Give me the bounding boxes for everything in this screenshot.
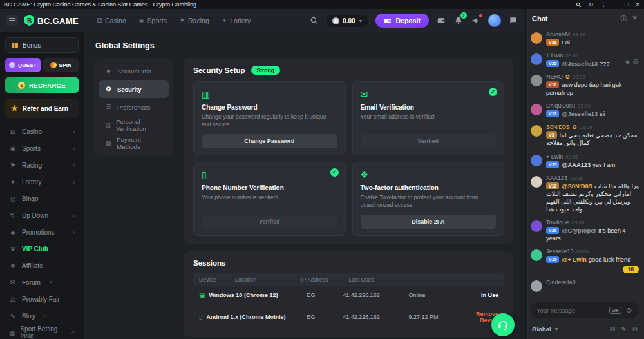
chat-info-icon[interactable]: ⓘ <box>621 14 627 23</box>
pencil-icon[interactable]: ✎ <box>621 325 626 333</box>
verified-check-icon: ✓ <box>330 168 339 177</box>
nav-link[interactable]: ⚄ Casino <box>97 17 126 24</box>
chat-message[interactable]: ArumiAM 03:09 V38Lol <box>531 31 639 46</box>
nav-link[interactable]: ⚑ Racing <box>180 17 209 24</box>
sidebar-item[interactable]: ⇅ Up Down › <box>5 207 79 224</box>
search-icon[interactable] <box>309 15 319 26</box>
chat-message[interactable]: + Lwin 03:06 V25@AAA123yes I am <box>531 153 639 169</box>
card-action-button[interactable]: Verified <box>361 134 497 148</box>
refer-and-earn-card[interactable]: ★ Refer and Earn <box>5 99 79 118</box>
chat-message[interactable]: NERO ✪ 03:09 V10asw depo tiap hari gak p… <box>531 73 639 97</box>
bonus-card[interactable]: Bonus <box>5 37 79 53</box>
sidebar-item[interactable]: ◉ Sports › <box>5 140 79 157</box>
coin-icon <box>332 17 339 24</box>
sidebar-item[interactable]: ◈ Promotions › <box>5 224 79 240</box>
settings-tab[interactable]: ☰ Preferences <box>99 98 169 116</box>
chat-message[interactable]: Towfique 03:09 V26@CryptoperIt's been 4 … <box>531 219 639 242</box>
wallet-icon[interactable] <box>436 15 446 26</box>
message-time: 03:09 <box>572 220 585 226</box>
chat-close-icon[interactable]: ✕ <box>632 14 638 23</box>
quest-button[interactable]: QUEST <box>5 58 41 72</box>
tab-icon: ☻ <box>105 68 112 74</box>
chat-message[interactable]: Chiqui90cu 03:09 V13@Jesselle13sii <box>531 102 639 118</box>
sidebar-item-label: Casino <box>22 128 42 135</box>
sidebar-item[interactable]: ❖ Affiliate <box>5 257 79 274</box>
announcements-icon[interactable] <box>471 15 481 26</box>
chat-message[interactable]: S0N'D0S ✪ 03:09 V3ممكن حد مصحي تعليه ينج… <box>531 124 639 147</box>
mention-link[interactable]: @AAA123 <box>562 162 591 168</box>
card-action-button[interactable]: Change Password <box>202 134 337 148</box>
mention-link[interactable]: @Cryptoper <box>562 228 596 234</box>
sidebar-item[interactable]: ♛ VIP Club <box>5 240 79 257</box>
chevron-right-icon: › <box>73 128 75 135</box>
settings-tab[interactable]: ✪ Security <box>99 80 169 98</box>
screen: BC.GAME: Crypto Casino Games & Casino Sl… <box>0 0 644 339</box>
settings-tab[interactable]: ☻ Account Info <box>99 62 169 80</box>
deposit-button[interactable]: Deposit <box>375 14 429 28</box>
sidebar-item[interactable]: ◎ Bingo <box>5 190 79 207</box>
device-icon: ▯ <box>199 313 203 320</box>
nav-link-icon: ✦ <box>222 17 227 24</box>
sidebar-item[interactable]: ⚄ Casino › <box>5 123 79 140</box>
card-icon: ▥ <box>202 88 337 100</box>
sidebar-item[interactable]: ⚑ Racing › <box>5 157 79 173</box>
bcgame-logo[interactable]: B BC.GAME <box>24 15 79 26</box>
minimize-button[interactable]: ─ <box>614 2 618 8</box>
trophy-icon: ★ <box>11 104 18 112</box>
main-content: Global Settings ☻ Account Info <box>84 32 525 339</box>
settings-tab[interactable]: ▤ Personal Verification <box>99 116 169 134</box>
emoji-picker-icon[interactable]: ☺ <box>625 306 633 314</box>
mention-link[interactable]: @Jesselle13 <box>562 111 598 117</box>
message-input-placeholder: Your Message <box>536 307 605 314</box>
chat-toggle-icon[interactable] <box>508 15 518 26</box>
nav-link[interactable]: ✦ Lottery <box>222 17 251 24</box>
card-action-button[interactable]: Verified <box>202 215 337 229</box>
card-description: Your phone number is verified! <box>202 194 337 209</box>
chat-message[interactable]: Jesselle13 03:09 V15@+ Lwingood luck fri… <box>531 248 639 273</box>
mention-link[interactable]: @S0N'D0S <box>562 183 592 189</box>
mute-rules-icon[interactable]: ⊘ <box>632 325 638 333</box>
reload-icon[interactable]: ↻ <box>589 2 594 8</box>
sidebar-item[interactable]: ✎ Blog ↗ <box>5 307 79 324</box>
message-input[interactable]: Your Message GIF ☺ <box>531 302 639 318</box>
mention-link[interactable]: @Jesselle13 <box>562 61 598 67</box>
maximize-button[interactable]: □ <box>625 2 628 8</box>
chat-room-select[interactable]: Global ▼ <box>532 325 559 333</box>
spin-button[interactable]: SPIN <box>43 58 79 72</box>
sidebar-item-icon: ✦ <box>9 179 17 186</box>
top-navbar: B BC.GAME ⚄ Casino ◉ <box>0 9 525 32</box>
support-button[interactable] <box>491 313 515 336</box>
sidebar-item[interactable]: ▦ Sport Betting Insig... ↗ <box>5 324 79 339</box>
close-button[interactable]: ✕ <box>635 2 640 8</box>
session-action[interactable]: In Use <box>457 292 498 298</box>
sidebar-item[interactable]: ⚖ Provably Fair <box>5 291 79 307</box>
diamond-icon[interactable]: ◈ <box>625 59 630 65</box>
settings-tab[interactable]: ▦ Payment Methods <box>99 134 169 152</box>
sidebar-item[interactable]: ✦ Lottery › <box>5 173 79 190</box>
tab-label: Security <box>117 86 142 93</box>
sidebar-item[interactable]: ✉ Forum ↗ <box>5 274 79 291</box>
search-icon[interactable] <box>576 2 582 8</box>
gif-picker-icon[interactable]: GIF <box>609 307 621 314</box>
kebab-menu-icon[interactable]: ⋮ <box>601 2 607 8</box>
sidebar-item-label: VIP Club <box>22 246 48 253</box>
card-action-button[interactable]: Disable 2FA <box>361 215 497 229</box>
chevron-right-icon: › <box>73 212 75 219</box>
mention-link[interactable]: @+ Lwin <box>562 257 586 263</box>
dice-icon[interactable]: ⚄ <box>610 325 616 333</box>
menu-toggle-icon[interactable] <box>6 15 18 26</box>
avatar <box>531 75 542 86</box>
recharge-button[interactable]: RECHARGE <box>5 77 79 93</box>
user-avatar[interactable] <box>488 14 501 27</box>
chat-message[interactable]: Cinderella8... <box>531 279 639 292</box>
nav-link[interactable]: ◉ Sports <box>139 17 167 24</box>
mention-icon[interactable]: @ <box>633 59 639 65</box>
medal-icon: ✪ <box>565 74 570 80</box>
browser-titlebar: BC.GAME: Crypto Casino Games & Casino Sl… <box>0 0 644 9</box>
notifications-bell-icon[interactable]: 2 <box>453 15 464 26</box>
tab-icon: ▦ <box>105 140 111 146</box>
chat-message[interactable]: + Lwin 03:06 V25@Jesselle13??? ◈ @ <box>531 52 639 68</box>
avatar <box>531 32 542 44</box>
balance-selector[interactable]: 0.00 ▼ <box>327 15 368 27</box>
chat-message[interactable]: AAA123 03:06 V12@S0N'D0Sورا والله هذا شا… <box>531 175 639 213</box>
